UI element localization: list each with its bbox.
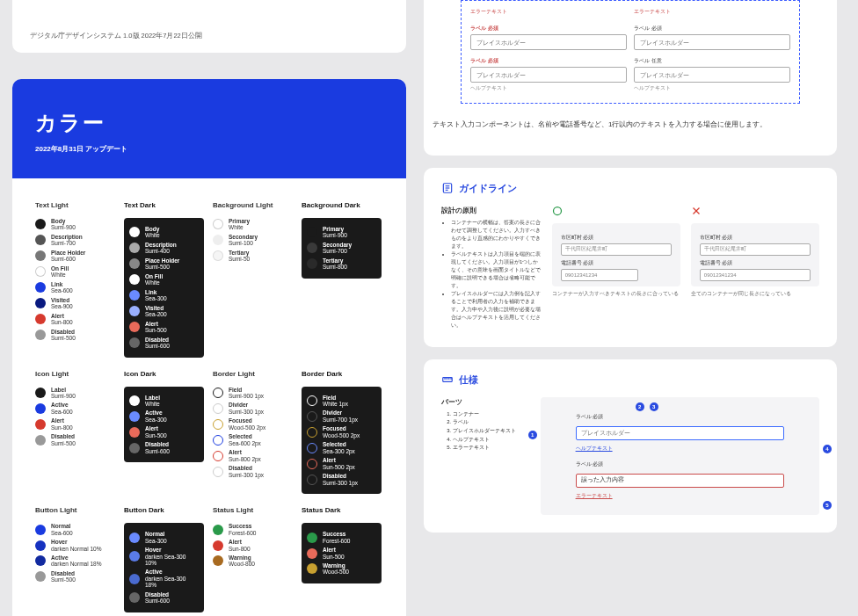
color-swatch: NormalSea-300: [129, 531, 199, 544]
swatch-label: BodySumi-900: [51, 218, 76, 231]
color-group-title: Text Light: [35, 201, 115, 209]
color-swatch: LinkSea-600: [35, 281, 115, 294]
swatch-dot-icon: [213, 451, 223, 461]
swatch-label: DividerSumi-300 1px: [229, 402, 264, 415]
text-input-error[interactable]: [576, 474, 784, 488]
color-swatch: PrimaryWhite: [213, 218, 293, 231]
color-swatch: On FillWhite: [129, 273, 199, 286]
help-text: ヘルプテキスト: [576, 446, 784, 452]
spec-part-item: プレイスホルダーテキスト: [453, 427, 525, 436]
swatch-dot-icon: [129, 274, 140, 285]
color-swatch: VisitedSea-900: [35, 297, 115, 310]
swatch-dot-icon: [129, 290, 140, 301]
text-input[interactable]: [470, 67, 627, 83]
color-swatch: DisabledSumi-600: [129, 441, 199, 454]
guideline-bullet: プレイスホルダーには入力例を記入することで利用者の入力を補助できます。入力中や入…: [451, 290, 542, 330]
swatch-dot-icon: [129, 322, 140, 332]
color-swatch: FieldSumi-900 1px: [213, 387, 293, 400]
color-swatch: WarningWood-500: [307, 562, 376, 576]
color-swatch: LinkSea-300: [129, 289, 199, 302]
swatch-dot-icon: [307, 548, 317, 559]
text-input[interactable]: [634, 67, 790, 83]
form-cell: ラベル 任意 ヘルプテキスト: [634, 57, 790, 92]
swatch-dot-icon: [307, 443, 317, 453]
swatch-dot-icon: [307, 459, 317, 469]
swatch-dot-icon: [35, 525, 46, 535]
swatch-label: ActiveSea-300: [145, 409, 167, 423]
color-swatch: DividerSumi-300 1px: [213, 402, 293, 415]
text-input-preview-card: エラーテキスト エラーテキスト ラベル 必須 ラベル 必須 ラベル 必須: [424, 0, 837, 156]
swatch-dot-icon: [35, 330, 46, 340]
swatch-label: NormalSea-600: [51, 523, 73, 536]
swatch-dot-icon: [129, 243, 140, 253]
spec-part-item: コンテナー: [453, 410, 525, 419]
swatch-label: LinkSea-300: [145, 289, 167, 302]
text-input[interactable]: [700, 269, 811, 281]
color-group: Button LightNormalSea-600Hoverdarken Nor…: [35, 506, 115, 612]
color-hero: カラー 2022年8月31日 アップデート: [12, 79, 406, 178]
color-swatch: ActiveSea-600: [35, 402, 115, 415]
color-swatch: AlertSun-800 2px: [213, 449, 293, 462]
swatch-label: NormalSea-300: [145, 531, 167, 544]
color-swatch: DescriptionSumi-400: [129, 242, 199, 255]
top-caption-text: デジタル庁デザインシステム 1.0版 2022年7月22日公開: [30, 32, 202, 40]
swatch-label: FieldSumi-900 1px: [229, 387, 264, 400]
text-input[interactable]: [561, 243, 672, 256]
swatch-dot-icon: [129, 574, 140, 584]
swatch-label: LabelWhite: [145, 395, 160, 408]
color-group: Button DarkNormalSea-300Hoverdarken Sea-…: [124, 506, 204, 612]
example-caption: 全てのコンテナーが同じ長さになっている: [691, 291, 819, 297]
color-swatch: Hoverdarken Sea-300 10%: [129, 547, 199, 566]
example-caption: コンテナーが入力すべきテキストの長さに合っている: [552, 291, 680, 297]
color-swatch: SelectedSea-600 2px: [213, 433, 293, 446]
text-input[interactable]: [634, 34, 790, 50]
color-swatch: FocusedWood-500 2px: [213, 417, 293, 431]
swatch-dot-icon: [35, 571, 46, 582]
color-swatch: TertiarySumi-800: [307, 257, 376, 271]
color-group: Background DarkPrimarySumi-900SecondaryS…: [302, 201, 382, 358]
color-swatch: BodySumi-900: [35, 218, 115, 231]
color-swatch: SuccessForest-600: [307, 531, 376, 544]
text-input[interactable]: [576, 426, 784, 440]
color-body: Text LightBodySumi-900DescriptionSumi-70…: [12, 178, 406, 616]
swatch-label: DisabledSumi-500: [51, 570, 76, 583]
color-group-title: Button Light: [35, 506, 115, 514]
text-input[interactable]: [561, 269, 638, 281]
swatch-label: AlertSun-500: [145, 321, 167, 334]
swatch-dot-icon: [307, 227, 317, 237]
field-label: 電話番号 必須: [700, 259, 811, 267]
swatch-dot-icon: [35, 435, 46, 446]
swatch-label: Activedarken Sea-300 18%: [145, 569, 199, 588]
text-input[interactable]: [470, 34, 627, 50]
color-swatch: DisabledSumi-500: [35, 570, 115, 583]
color-swatch: Activedarken Normal 18%: [35, 554, 115, 568]
color-group: Icon LightLabelSumi-900ActiveSea-600Aler…: [35, 370, 115, 495]
number-bubble: 2: [636, 402, 644, 411]
swatch-label: ActiveSea-600: [51, 402, 73, 415]
color-swatch: AlertSun-800: [35, 417, 115, 431]
color-swatch: DisabledSumi-600: [129, 591, 199, 605]
field-label: 市区町村 必須: [700, 234, 811, 242]
color-swatch: DisabledSumi-500: [35, 433, 115, 446]
swatch-label: Hoverdarken Normal 10%: [51, 539, 101, 552]
color-group: Icon DarkLabelWhiteActiveSea-300AlertSun…: [124, 370, 204, 495]
color-group-title: Text Dark: [124, 201, 204, 209]
swatch-dot-icon: [213, 467, 223, 477]
swatch-label: SuccessForest-600: [229, 523, 256, 536]
text-input[interactable]: [700, 243, 811, 256]
spec-part-item: エラーテキスト: [453, 444, 525, 453]
swatch-dot-icon: [129, 227, 140, 237]
color-swatch: VisitedSea-200: [129, 305, 199, 318]
swatch-label: FocusedWood-500 2px: [229, 417, 265, 431]
swatch-label: DisabledSumi-600: [145, 591, 170, 605]
color-swatch: On FillWhite: [35, 265, 115, 279]
color-card: カラー 2022年8月31日 アップデート Text LightBodySumi…: [12, 79, 406, 616]
color-group: Text LightBodySumi-900DescriptionSumi-70…: [35, 201, 115, 358]
section-title: ガイドライン: [459, 182, 517, 195]
swatch-dot-icon: [129, 443, 140, 453]
swatch-dot-icon: [35, 266, 46, 277]
swatch-dot-icon: [129, 306, 140, 316]
color-swatch: SecondarySumi-100: [213, 234, 293, 247]
swatch-dot-icon: [129, 395, 140, 406]
color-swatch: DisabledSumi-600: [129, 337, 199, 350]
